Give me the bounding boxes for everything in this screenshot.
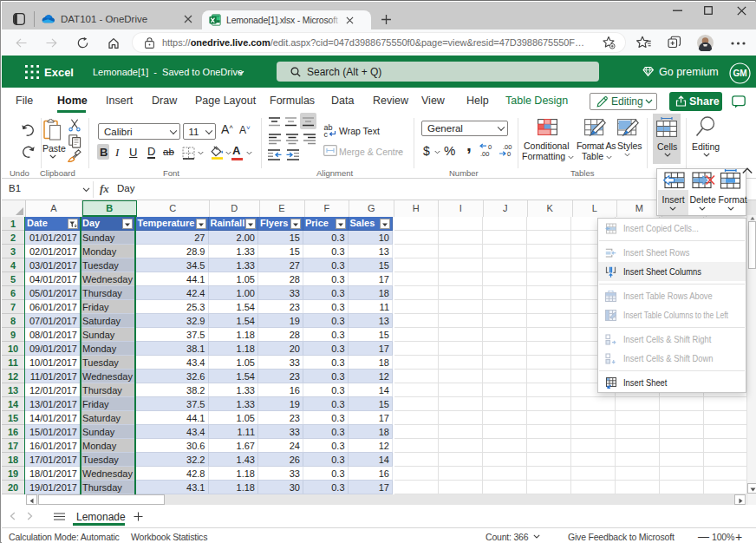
- svg-text:c: c: [324, 130, 329, 138]
- svg-text:0: 0: [507, 150, 511, 157]
- svg-text:GM: GM: [733, 69, 746, 78]
- svg-text:.00: .00: [480, 150, 489, 157]
